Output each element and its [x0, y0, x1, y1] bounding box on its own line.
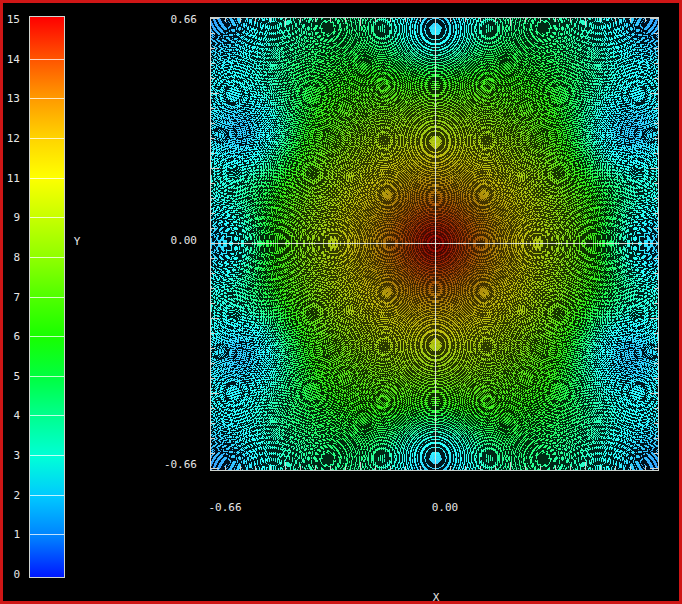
contour-plot-canvas: [210, 17, 659, 471]
colorbar-tick-label: 5: [3, 371, 20, 382]
colorbar-level-separator: [30, 59, 64, 60]
y-axis-tick-label: 0.00: [151, 235, 197, 247]
colorbar-tick-label: 6: [3, 331, 20, 342]
colorbar-level-separator: [30, 178, 64, 179]
colorbar-level-separator: [30, 415, 64, 416]
colorbar-tick-label: 7: [3, 292, 20, 303]
colorbar-level-separator: [30, 455, 64, 456]
colorbar-level-separator: [30, 495, 64, 496]
colorbar-tick-label: 9: [3, 212, 20, 223]
colorbar-level-separator: [30, 336, 64, 337]
colorbar-tick-label: 8: [3, 252, 20, 263]
x-axis-tick-label: -0.66: [195, 502, 255, 514]
plot-window: 15141312119876543210 0.660.00-0.66 Y -0.…: [0, 0, 682, 604]
colorbar-level-separator: [30, 217, 64, 218]
x-axis-tick-label: 0.00: [415, 502, 475, 514]
colorbar-level-separator: [30, 297, 64, 298]
colorbar-tick-label: 4: [3, 410, 20, 421]
y-axis-tick-label: -0.66: [151, 459, 197, 471]
colorbar: [29, 16, 65, 578]
colorbar-tick-label: 12: [3, 133, 20, 144]
colorbar-level-separator: [30, 98, 64, 99]
colorbar-tick-label: 15: [3, 14, 20, 25]
colorbar-level-separator: [30, 257, 64, 258]
colorbar-tick-label: 14: [3, 54, 20, 65]
y-axis-title: Y: [67, 235, 87, 248]
colorbar-tick-label: 2: [3, 490, 20, 501]
colorbar-tick-label: 13: [3, 93, 20, 104]
colorbar-tick-label: 11: [3, 173, 20, 184]
y-axis-tick-label: 0.66: [151, 14, 197, 26]
colorbar-tick-label: 1: [3, 529, 20, 540]
colorbar-tick-label: 0: [3, 569, 20, 580]
colorbar-level-separator: [30, 138, 64, 139]
colorbar-level-separator: [30, 534, 64, 535]
x-axis-title: X: [416, 591, 456, 604]
colorbar-level-separator: [30, 376, 64, 377]
colorbar-tick-label: 3: [3, 450, 20, 461]
